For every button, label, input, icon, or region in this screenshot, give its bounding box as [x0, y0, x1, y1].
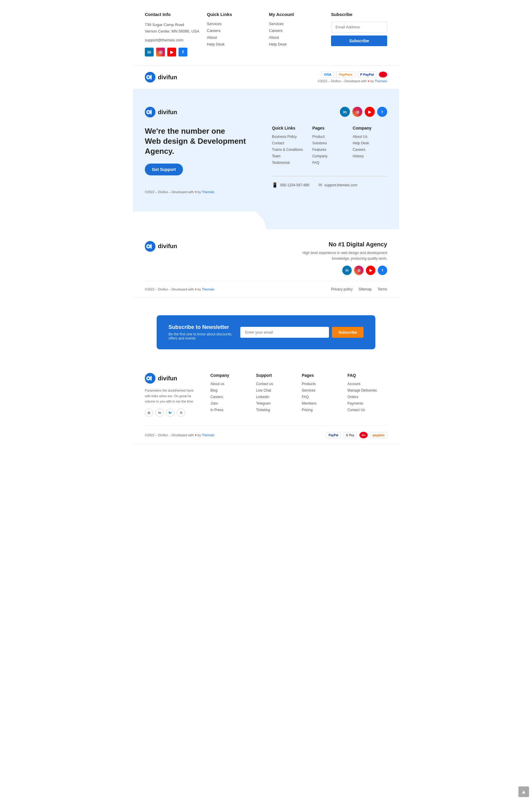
- lf-sp-linkedin[interactable]: Linkedin: [256, 395, 296, 399]
- ql-link-services[interactable]: Services: [207, 22, 263, 26]
- ql-link-helpdesk[interactable]: Help Desk: [207, 42, 263, 47]
- bf-instagram-icon[interactable]: ◎: [352, 107, 362, 117]
- quick-links-title: Quick Links: [207, 12, 263, 17]
- bf-ql-testimonial[interactable]: Testimonial: [272, 161, 306, 165]
- bf-pg-solutions[interactable]: Solutions: [312, 141, 347, 145]
- logo-wrap-2: divifun: [145, 107, 254, 117]
- bf-ql-contact[interactable]: Contact: [272, 141, 306, 145]
- bf-email-address: support.themeix.com: [324, 183, 357, 187]
- newsletter-subtitle: Be the first one to know about discounts…: [169, 332, 240, 341]
- sf-privacy-link[interactable]: Privacy policy: [331, 287, 353, 291]
- sf-linkedin-icon[interactable]: in: [342, 266, 352, 275]
- lf-fq-account[interactable]: Account: [347, 382, 387, 386]
- lf-github-icon[interactable]: ⊙: [177, 408, 185, 417]
- ql-link-about[interactable]: About: [207, 35, 263, 40]
- bf-facebook-icon[interactable]: f: [377, 107, 387, 117]
- bf-linkedin-icon[interactable]: in: [340, 107, 350, 117]
- sf-copyright: ©2022 – Divifun – Developed with ♥ by Th…: [145, 288, 214, 291]
- themeix-link-2[interactable]: Themeix: [202, 190, 214, 194]
- lf-company-title: Company: [210, 373, 250, 378]
- subscribe-email-input[interactable]: [331, 22, 387, 33]
- ma-link-services[interactable]: Services: [269, 22, 325, 26]
- lf-co-jobs[interactable]: Jobs: [210, 401, 250, 405]
- bf-pg-product[interactable]: Product: [312, 134, 347, 139]
- footer-right-bar-1: VISA PayPass P PayPal ©2022 – Divifun – …: [318, 72, 387, 83]
- blue-footer-wave: [133, 212, 399, 229]
- bf-ql-business[interactable]: Business Policy: [272, 134, 306, 139]
- lf-pg-pricing[interactable]: Pricing: [302, 408, 342, 412]
- newsletter-subscribe-button[interactable]: Subscribe: [332, 327, 363, 338]
- newsletter-left: Subscribe to Newsletter Be the first one…: [169, 324, 240, 341]
- lf-linkedin-icon[interactable]: in: [155, 408, 164, 417]
- contact-info-col: Contact Info 739 Sugar Camp Road Vernon …: [145, 12, 201, 56]
- lf-co-careers[interactable]: Careers: [210, 395, 250, 399]
- sf-facebook-icon[interactable]: f: [378, 266, 387, 275]
- lf-top-grid: divifun Parameters the duckthemed have w…: [145, 373, 387, 425]
- sf-themeix-link[interactable]: Themeix: [202, 288, 214, 291]
- bf-co-helpdesk[interactable]: Help Desk: [353, 141, 387, 145]
- lf-pg-products[interactable]: Products: [302, 382, 342, 386]
- blue-footer-section: divifun We're the number oneWeb design &…: [133, 89, 399, 229]
- bf-pg-faq[interactable]: FAQ: [312, 161, 347, 165]
- facebook-icon[interactable]: f: [178, 48, 187, 56]
- lf-bottom-bar: ©2022 – Divifun – Developed with ♥ by Th…: [145, 425, 387, 438]
- lf-co-blog[interactable]: Blog: [210, 388, 250, 393]
- logo-text-1: divifun: [158, 74, 177, 81]
- sf-sitemap-link[interactable]: Sitemap: [359, 287, 372, 291]
- svg-rect-3: [150, 75, 152, 79]
- bf-pages-col: Pages Product Solutions Features Company…: [312, 126, 347, 167]
- lf-pg-services[interactable]: Services: [302, 388, 342, 393]
- lf-twitter-icon[interactable]: 🐦: [166, 408, 174, 417]
- bf-co-history[interactable]: History: [353, 154, 387, 158]
- themeix-link-1[interactable]: Themeix: [375, 79, 387, 83]
- lf-mastercard-logo: MC: [359, 432, 368, 438]
- sf-youtube-icon[interactable]: ▶: [366, 266, 375, 275]
- lf-fq-orders[interactable]: Orders: [347, 395, 387, 399]
- lf-instagram-icon[interactable]: ◎: [145, 408, 153, 417]
- lf-sp-telegram[interactable]: Telegram: [256, 401, 296, 405]
- linkedin-icon[interactable]: in: [145, 48, 154, 56]
- lf-fq-contactus[interactable]: Contact Us: [347, 408, 387, 412]
- lf-faq-col: FAQ Account Manage Deliveries Orders Pay…: [347, 373, 387, 417]
- lf-sp-ticketing[interactable]: Ticketing: [256, 408, 296, 412]
- lf-pg-faq[interactable]: FAQ: [302, 395, 342, 399]
- copyright-1: ©2022 – Divifun – Developed with ♥ by Th…: [318, 79, 387, 83]
- get-support-button[interactable]: Get Support: [145, 164, 183, 176]
- logo-icon-2: [145, 107, 155, 117]
- ma-link-about[interactable]: About: [269, 35, 325, 40]
- youtube-icon[interactable]: ▶: [167, 48, 176, 56]
- lf-themeix-link[interactable]: Themeix: [202, 433, 214, 437]
- bf-pg-company[interactable]: Company: [312, 154, 347, 158]
- heart-icon-5: ♥: [195, 433, 198, 437]
- bf-ql-trams[interactable]: Trams & Conditions: [272, 148, 306, 152]
- social-icons-row: in ◎ ▶ f: [145, 48, 201, 56]
- ma-link-careers[interactable]: Careers: [269, 29, 325, 33]
- lf-paypal-logo: PayPal: [326, 432, 341, 438]
- ql-link-careers[interactable]: Careers: [207, 29, 263, 33]
- lf-co-inpress[interactable]: In Press: [210, 408, 250, 412]
- bf-pg-features[interactable]: Features: [312, 148, 347, 152]
- lf-sp-contactus[interactable]: Contact us: [256, 382, 296, 386]
- newsletter-title: Subscribe to Newsletter: [169, 324, 240, 330]
- sf-terms-link[interactable]: Terms: [377, 287, 387, 291]
- bf-youtube-icon[interactable]: ▶: [365, 107, 375, 117]
- lf-co-aboutus[interactable]: About us: [210, 382, 250, 386]
- lf-pg-members[interactable]: Members: [302, 401, 342, 405]
- lf-fq-payments[interactable]: Payments: [347, 401, 387, 405]
- bf-co-aboutus[interactable]: About Us: [353, 134, 387, 139]
- contact-email: support@themeix.com: [145, 37, 201, 43]
- my-account-title: My Account: [269, 12, 325, 17]
- subscribe-button[interactable]: Subscribe: [331, 36, 387, 46]
- contact-address1: 739 Sugar Camp Road: [145, 22, 201, 28]
- bf-co-careers[interactable]: Careers: [353, 148, 387, 152]
- newsletter-email-input[interactable]: [240, 327, 329, 338]
- lf-sp-livechat[interactable]: Live Chat: [256, 388, 296, 393]
- instagram-icon[interactable]: ◎: [156, 48, 165, 56]
- lf-fq-deliveries[interactable]: Manage Deliveries: [347, 388, 387, 393]
- bf-quick-links-col: Quick Links Business Policy Contact Tram…: [272, 126, 306, 167]
- bf-ql-team[interactable]: Team: [272, 154, 306, 158]
- lf-support-col: Support Contact us Live Chat Linkedin Te…: [256, 373, 296, 417]
- svg-rect-7: [150, 110, 152, 114]
- ma-link-helpdesk[interactable]: Help Desk: [269, 42, 325, 47]
- sf-instagram-icon[interactable]: ◎: [354, 266, 363, 275]
